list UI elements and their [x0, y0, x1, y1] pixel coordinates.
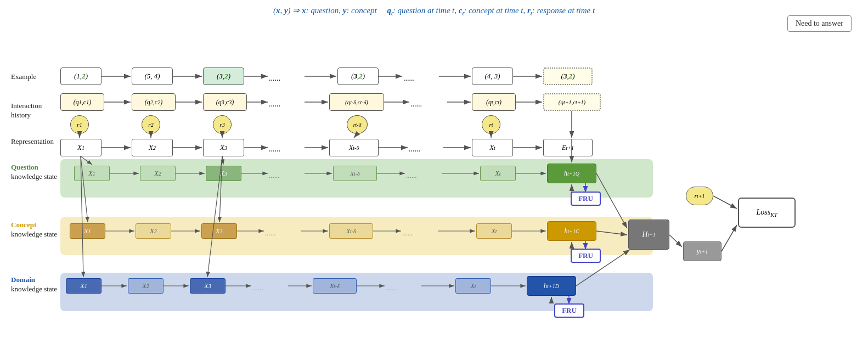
x3-qks: X3 — [206, 166, 241, 181]
example-label: Example — [11, 72, 36, 82]
rt1-circle: rt+1 — [686, 187, 713, 205]
ellipsis-7: ...... — [269, 171, 280, 180]
x1-qks: X1 — [74, 166, 110, 181]
x2-repr: X2 — [132, 139, 173, 156]
example-box-1: (1, 2) — [60, 67, 102, 85]
H-t1-box: Ht+1 — [628, 219, 669, 250]
x1-repr: X1 — [60, 139, 102, 156]
xt-qks: Xt — [480, 166, 516, 181]
example-box-3: (3, 2) — [203, 67, 244, 85]
h-c-box: ht+1C — [547, 221, 596, 241]
fru-concept: FRU — [571, 249, 601, 263]
r1-circle: r1 — [70, 115, 89, 134]
legend-text: (x, y) ⇒ x: question, y: concept qt: que… — [11, 5, 857, 16]
xt-delta-cks: Xt-δ — [329, 223, 373, 239]
ellipsis-8: ...... — [406, 171, 417, 180]
r3-circle: r3 — [213, 115, 232, 134]
ellipsis-6: ...... — [409, 145, 420, 154]
h-q-box: ht+1Q — [547, 164, 596, 183]
x2-qks: X2 — [140, 166, 176, 181]
svg-line-66 — [722, 225, 737, 251]
ellipsis-4: ...... — [410, 100, 422, 109]
ih-box-5: (qt,ct) — [472, 93, 516, 111]
y-t1-box: yt+1 — [683, 241, 722, 261]
xt-dks: Xt — [455, 278, 491, 294]
x3-repr: X3 — [203, 139, 244, 156]
ellipsis-5: ...... — [269, 145, 280, 154]
ellipsis-3: ...... — [269, 100, 280, 109]
diagram-container: (x, y) ⇒ x: question, y: concept qt: que… — [0, 0, 868, 349]
xt-delta-qks: Xt-δ — [333, 166, 377, 181]
representation-label: Representation — [11, 137, 54, 147]
svg-line-67 — [713, 196, 737, 209]
ih-box-4: (qt-δ,ct-δ) — [329, 93, 384, 111]
interaction-history-label: Interactionhistory — [11, 102, 60, 120]
x2-dks: X2 — [128, 278, 164, 294]
fru-domain: FRU — [554, 303, 584, 318]
question-ks-label: Question knowledge state — [11, 163, 59, 182]
xt-delta-repr: Xt-δ — [329, 139, 379, 156]
rt-circle: rt — [482, 115, 500, 134]
ellipsis-11: ...... — [252, 284, 263, 292]
xt-delta-dks: Xt-δ — [313, 278, 357, 294]
example-box-2: (5, 4) — [132, 67, 173, 85]
xt-repr: Xt — [472, 139, 513, 156]
fru-question: FRU — [571, 192, 601, 206]
x3-dks: X3 — [190, 278, 226, 294]
rt-delta-circle: rt-δ — [347, 115, 368, 134]
ellipsis-9: ...... — [265, 229, 276, 238]
x1-cks: X1 — [70, 223, 105, 239]
xt-cks: Xt — [476, 223, 512, 239]
ellipsis-10: ...... — [402, 229, 413, 238]
svg-line-65 — [669, 235, 682, 247]
loss-kt-box: LossKT — [738, 198, 796, 228]
domain-ks-label: Domain knowledge state — [11, 275, 59, 294]
ih-box-3: (q3,c3) — [203, 93, 247, 111]
x1-dks: X1 — [66, 278, 102, 294]
et1-repr: Et+1 — [543, 139, 593, 156]
x3-cks: X3 — [201, 223, 237, 239]
example-box-4: (3, 2) — [337, 67, 379, 85]
svg-line-19 — [354, 134, 357, 138]
example-box-6: (3, 2) — [543, 67, 593, 85]
ellipsis-2: ...... — [403, 74, 415, 83]
ih-box-1: (q1,c1) — [60, 93, 104, 111]
example-box-5: (4, 3) — [472, 67, 513, 85]
ih-box-6: (qt+1,ct+1) — [543, 93, 601, 111]
need-to-answer-box: Need to answer — [787, 15, 852, 32]
h-d-box: ht+1D — [527, 276, 576, 296]
ih-box-2: (q2,c2) — [132, 93, 176, 111]
ellipsis-12: ...... — [386, 284, 397, 292]
r2-circle: r2 — [142, 115, 160, 134]
ellipsis-1: ...... — [269, 74, 280, 83]
x2-cks: X2 — [136, 223, 171, 239]
concept-ks-label: Concept knowledge state — [11, 221, 59, 239]
